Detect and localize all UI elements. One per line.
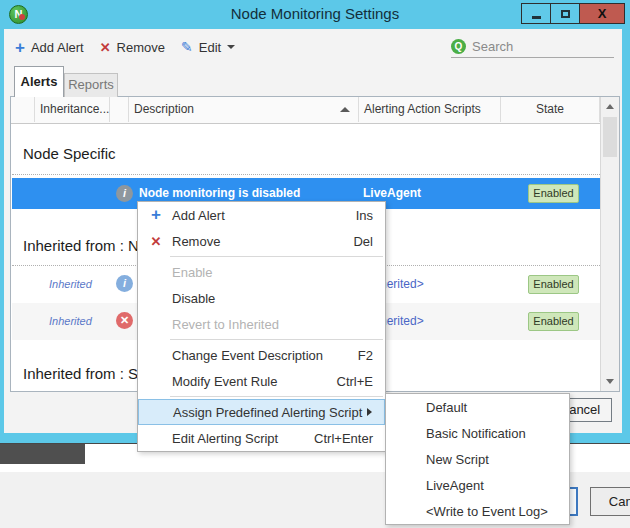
menu-item-modify-event-rule[interactable]: Modify Event Rule Ctrl+E xyxy=(138,368,385,394)
scroll-up-icon[interactable] xyxy=(606,104,614,109)
column-header-icon[interactable] xyxy=(110,97,129,122)
scroll-down-icon[interactable] xyxy=(606,379,614,384)
menu-item-disable[interactable]: Disable xyxy=(138,285,385,311)
screen: Cancel N Node Monitoring Settings X xyxy=(0,0,630,528)
search-input[interactable]: Q Search xyxy=(451,35,614,58)
background-dark-panel xyxy=(0,443,85,464)
submenu-item-new-script[interactable]: New Script xyxy=(386,446,569,472)
menu-label: Enable xyxy=(172,265,212,280)
background-cancel-button[interactable]: Cancel xyxy=(590,487,630,516)
menu-item-change-event-description[interactable]: Change Event Description F2 xyxy=(138,342,385,368)
menu-label: Modify Event Rule xyxy=(172,374,278,389)
tab-alerts[interactable]: Alerts xyxy=(14,66,64,97)
tab-reports[interactable]: Reports xyxy=(64,73,118,97)
row-script: LiveAgent xyxy=(363,186,421,200)
group-divider xyxy=(12,174,600,175)
row-description: Node monitoring is disabled xyxy=(139,186,300,200)
info-icon: i xyxy=(116,185,133,202)
status-badge-enabled: Enabled xyxy=(528,312,579,331)
close-button[interactable]: X xyxy=(579,3,625,24)
menu-item-enable: Enable xyxy=(138,259,385,285)
search-icon: Q xyxy=(451,39,466,54)
remove-label: Remove xyxy=(117,40,165,55)
menu-label: Edit Alerting Script xyxy=(172,431,278,446)
add-alert-button[interactable]: + Add Alert xyxy=(15,39,84,56)
inheritance-label: Inherited xyxy=(49,315,92,327)
toolbar: + Add Alert ✕ Remove ✎ Edit xyxy=(15,36,251,58)
close-icon: X xyxy=(598,4,607,23)
remove-button[interactable]: ✕ Remove xyxy=(100,40,165,55)
plus-icon: + xyxy=(15,39,25,56)
status-badge-enabled: Enabled xyxy=(528,184,579,203)
submenu-item-basic-notification[interactable]: Basic Notification xyxy=(386,420,569,446)
search-placeholder: Search xyxy=(472,39,513,54)
menu-item-edit-alerting-script[interactable]: Edit Alerting Script Ctrl+Enter xyxy=(138,425,385,451)
menu-label: Disable xyxy=(172,291,215,306)
menu-label: Change Event Description xyxy=(172,348,323,363)
alerting-script-submenu: Default Basic Notification New Script Li… xyxy=(385,393,570,525)
sort-ascending-icon xyxy=(340,107,350,112)
error-icon: ✕ xyxy=(116,312,133,329)
chevron-down-icon xyxy=(227,45,235,49)
window-controls: X xyxy=(522,3,625,24)
add-alert-label: Add Alert xyxy=(31,40,84,55)
group-header-inherited-2: Inherited from : S xyxy=(23,365,138,382)
plus-icon: + xyxy=(147,205,165,225)
column-header-inheritance[interactable]: Inheritance... xyxy=(35,97,110,122)
submenu-item-default[interactable]: Default xyxy=(386,394,569,420)
maximize-button[interactable] xyxy=(550,3,580,24)
menu-shortcut: Ctrl+E xyxy=(337,374,373,389)
title-bar[interactable]: N Node Monitoring Settings X xyxy=(0,0,630,29)
menu-label: Add Alert xyxy=(172,208,225,223)
maximize-icon xyxy=(561,10,570,18)
status-badge-enabled: Enabled xyxy=(528,275,579,294)
table-header: Inheritance... Description Alerting Acti… xyxy=(11,97,600,124)
info-icon: i xyxy=(116,275,133,292)
inheritance-label: Inherited xyxy=(49,278,92,290)
menu-label: Assign Predefined Alerting Script xyxy=(173,405,362,420)
menu-shortcut: Ctrl+Enter xyxy=(314,431,373,446)
column-header-alerting-action-scripts[interactable]: Alerting Action Scripts xyxy=(359,97,501,122)
group-header-node-specific: Node Specific xyxy=(23,145,116,162)
submenu-item-write-to-event-log[interactable]: <Write to Event Log> xyxy=(386,498,569,524)
menu-label: Remove xyxy=(172,234,220,249)
column-header-selector[interactable] xyxy=(11,97,35,122)
menu-shortcut: Del xyxy=(353,234,373,249)
menu-item-add-alert[interactable]: + Add Alert Ins xyxy=(138,202,385,228)
menu-item-remove[interactable]: ✕ Remove Del xyxy=(138,228,385,254)
edit-label: Edit xyxy=(199,40,221,55)
menu-label: Revert to Inherited xyxy=(172,317,279,332)
context-menu: + Add Alert Ins ✕ Remove Del Enable Disa… xyxy=(137,201,386,452)
submenu-arrow-icon xyxy=(367,408,372,416)
pencil-icon: ✎ xyxy=(181,39,193,55)
column-header-description[interactable]: Description xyxy=(129,97,359,122)
vertical-scrollbar[interactable] xyxy=(600,97,619,391)
scrollbar-thumb[interactable] xyxy=(603,117,617,157)
remove-icon: ✕ xyxy=(100,40,111,55)
menu-shortcut: Ins xyxy=(356,208,373,223)
group-header-inherited-1: Inherited from : N xyxy=(23,237,139,254)
remove-icon: ✕ xyxy=(147,234,165,249)
edit-dropdown-button[interactable]: ✎ Edit xyxy=(181,39,235,55)
menu-item-revert-to-inherited: Revert to Inherited xyxy=(138,311,385,337)
description-header-label: Description xyxy=(134,102,194,116)
menu-item-assign-predefined-alerting-script[interactable]: Assign Predefined Alerting Script xyxy=(138,399,385,425)
column-header-state[interactable]: State xyxy=(501,97,600,122)
minimize-icon xyxy=(532,16,541,19)
submenu-item-liveagent[interactable]: LiveAgent xyxy=(386,472,569,498)
minimize-button[interactable] xyxy=(521,3,551,24)
menu-shortcut: F2 xyxy=(358,348,373,363)
